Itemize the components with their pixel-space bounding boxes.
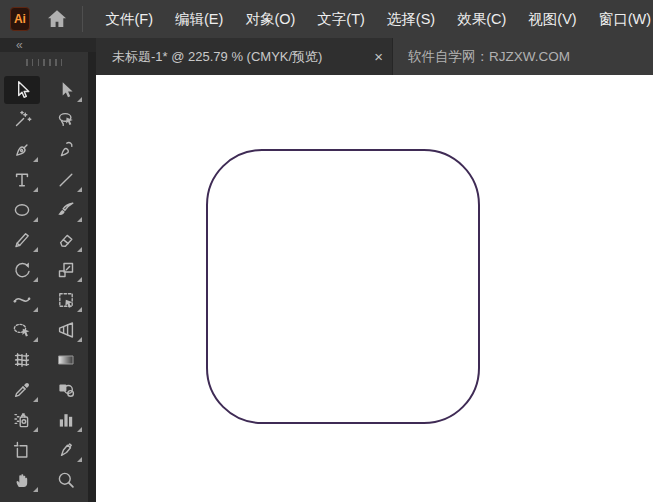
symbol-sprayer-tool[interactable] — [4, 406, 40, 434]
flyout-triangle-icon — [33, 487, 38, 492]
curvature-tool[interactable] — [48, 136, 84, 164]
gradient-tool[interactable] — [48, 346, 84, 374]
paintbrush-tool[interactable] — [48, 196, 84, 224]
mesh-tool[interactable] — [4, 346, 40, 374]
canvas-artboard[interactable] — [96, 75, 653, 502]
watermark-text: 软件自学网：RJZXW.COM — [408, 38, 570, 75]
eraser-tool[interactable] — [48, 226, 84, 254]
shape-builder-tool[interactable] — [4, 316, 40, 344]
pen-tool[interactable] — [4, 136, 40, 164]
perspective-grid-tool[interactable] — [48, 316, 84, 344]
pen-tool-icon — [12, 140, 32, 160]
rotate-tool-icon — [12, 260, 32, 280]
drag-dots-icon — [26, 59, 62, 66]
menu-item-2[interactable]: 对象(O) — [243, 0, 297, 38]
menu-item-1[interactable]: 编辑(E) — [173, 0, 225, 38]
flyout-triangle-icon — [77, 97, 82, 102]
flyout-triangle-icon — [77, 457, 82, 462]
menubar-separator — [82, 6, 83, 32]
ellipse-tool-icon — [12, 200, 32, 220]
selection-tool-icon — [12, 80, 32, 100]
lasso-tool-icon — [56, 110, 76, 130]
blend-tool-icon — [56, 380, 76, 400]
tools-panel-header: « — [0, 38, 96, 52]
flyout-triangle-icon — [33, 427, 38, 432]
flyout-triangle-icon — [33, 277, 38, 282]
selection-tool[interactable] — [4, 76, 40, 104]
line-segment-tool[interactable] — [48, 166, 84, 194]
scale-tool[interactable] — [48, 256, 84, 284]
flyout-triangle-icon — [77, 247, 82, 252]
slice-tool[interactable] — [48, 436, 84, 464]
home-button[interactable] — [45, 7, 69, 31]
rounded-rectangle-shape[interactable] — [206, 149, 480, 424]
menu-item-0[interactable]: 文件(F) — [104, 0, 156, 38]
flyout-triangle-icon — [33, 187, 38, 192]
home-icon — [45, 7, 69, 31]
scale-tool-icon — [56, 260, 76, 280]
flyout-triangle-icon — [33, 217, 38, 222]
line-segment-tool-icon — [56, 170, 76, 190]
mesh-tool-icon — [12, 350, 32, 370]
chevrons-left-icon[interactable]: « — [16, 40, 22, 50]
magic-wand-tool-icon — [12, 110, 32, 130]
panel-drag-handle[interactable] — [0, 52, 88, 72]
menu-item-6[interactable]: 视图(V) — [526, 0, 578, 38]
flyout-triangle-icon — [33, 397, 38, 402]
eyedropper-tool[interactable] — [4, 376, 40, 404]
type-tool-icon — [12, 170, 32, 190]
shape-builder-tool-icon — [12, 320, 32, 340]
symbol-sprayer-tool-icon — [12, 410, 32, 430]
ellipse-tool[interactable] — [4, 196, 40, 224]
menu-item-3[interactable]: 文字(T) — [315, 0, 367, 38]
eyedropper-tool-icon — [12, 380, 32, 400]
width-tool[interactable] — [4, 286, 40, 314]
direct-selection-tool[interactable] — [48, 76, 84, 104]
perspective-grid-tool-icon — [56, 320, 76, 340]
close-icon[interactable]: × — [374, 49, 383, 64]
hand-tool[interactable] — [4, 466, 40, 494]
lasso-tool[interactable] — [48, 106, 84, 134]
tab-bar: 未标题-1* @ 225.79 % (CMYK/预览) × 软件自学网：RJZX… — [96, 38, 653, 75]
shaper-tool-icon — [12, 230, 32, 250]
document-tab-title: 未标题-1* @ 225.79 % (CMYK/预览) — [112, 48, 368, 66]
column-graph-tool-icon — [56, 410, 76, 430]
document-tab[interactable]: 未标题-1* @ 225.79 % (CMYK/预览) × — [96, 38, 393, 75]
ai-logo: Ai — [10, 7, 30, 31]
flyout-triangle-icon — [33, 157, 38, 162]
flyout-triangle-icon — [77, 187, 82, 192]
free-transform-tool[interactable] — [48, 286, 84, 314]
gradient-tool-icon — [56, 350, 76, 370]
tools-panel-body — [0, 52, 88, 502]
menu-item-5[interactable]: 效果(C) — [455, 0, 508, 38]
width-tool-icon — [12, 290, 32, 310]
flyout-triangle-icon — [33, 307, 38, 312]
column-graph-tool[interactable] — [48, 406, 84, 434]
artboard-tool-icon — [12, 440, 32, 460]
paintbrush-tool-icon — [56, 200, 76, 220]
blend-tool[interactable] — [48, 376, 84, 404]
flyout-triangle-icon — [77, 307, 82, 312]
shaper-tool[interactable] — [4, 226, 40, 254]
tools-panel: « — [0, 38, 96, 502]
flyout-triangle-icon — [33, 247, 38, 252]
slice-tool-icon — [56, 440, 76, 460]
flyout-triangle-icon — [77, 277, 82, 282]
direct-selection-tool-icon — [56, 80, 76, 100]
rotate-tool[interactable] — [4, 256, 40, 284]
zoom-tool-icon — [56, 470, 76, 490]
menu-item-7[interactable]: 窗口(W) — [597, 0, 653, 38]
flyout-triangle-icon — [77, 217, 82, 222]
menu-item-4[interactable]: 选择(S) — [385, 0, 437, 38]
flyout-triangle-icon — [77, 337, 82, 342]
free-transform-tool-icon — [56, 290, 76, 310]
flyout-triangle-icon — [77, 427, 82, 432]
zoom-tool[interactable] — [48, 466, 84, 494]
tool-grid — [0, 75, 88, 495]
curvature-tool-icon — [56, 140, 76, 160]
type-tool[interactable] — [4, 166, 40, 194]
magic-wand-tool[interactable] — [4, 106, 40, 134]
flyout-triangle-icon — [33, 337, 38, 342]
artboard-tool[interactable] — [4, 436, 40, 464]
menu-items: 文件(F)编辑(E)对象(O)文字(T)选择(S)效果(C)视图(V)窗口(W) — [104, 0, 653, 38]
